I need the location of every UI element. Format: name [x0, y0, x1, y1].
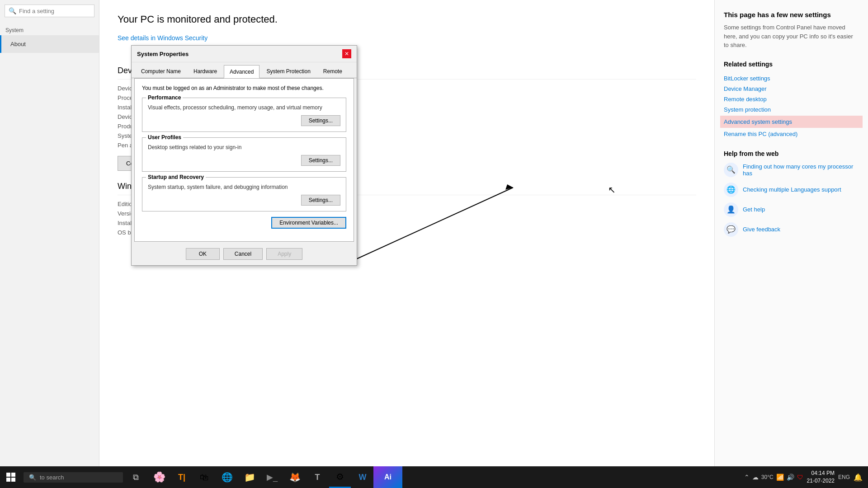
user-profiles-settings-button[interactable]: Settings... — [301, 155, 340, 166]
get-help-item: 👤 Get help — [724, 202, 859, 217]
taskbar-chrome-icon[interactable]: 🌐 — [216, 466, 238, 488]
rename-advanced-link[interactable]: Rename this PC (advanced) — [724, 129, 859, 139]
user-profiles-desc: Desktop settings related to your sign-in — [148, 144, 340, 150]
startup-recovery-settings-button[interactable]: Settings... — [301, 195, 340, 206]
startup-recovery-legend: Startup and Recovery — [146, 174, 206, 180]
apply-button[interactable]: Apply — [266, 248, 302, 260]
dialog-title: System Properties — [137, 51, 189, 57]
performance-settings-button[interactable]: Settings... — [301, 115, 340, 126]
checking-lang-link[interactable]: Checking multiple Languages support — [743, 186, 841, 193]
tray-expand-icon[interactable]: ⌃ — [744, 474, 750, 481]
taskbar-ai-button[interactable]: Ai — [373, 466, 402, 488]
dialog-body: You must be logged on as an Administrato… — [134, 78, 354, 242]
svg-rect-3 — [11, 473, 15, 477]
finding-cores-link[interactable]: Finding out how many cores my processor … — [743, 163, 859, 177]
dialog-tabs: Computer Name Hardware Advanced System P… — [132, 62, 357, 78]
taskbar: 🔍 to search ⧉ 🌸 T| 🛍 🌐 📁 ▶_ 🦊 T — [0, 466, 868, 488]
sidebar: 🔍 System About — [0, 0, 99, 488]
lang-indicator[interactable]: ENG — [838, 474, 850, 480]
clock[interactable]: 04:14 PM 21-07-2022 — [807, 469, 835, 485]
clock-time: 04:14 PM — [807, 469, 835, 477]
bitlocker-link[interactable]: BitLocker settings — [724, 73, 859, 84]
tab-advanced[interactable]: Advanced — [224, 65, 259, 78]
tab-system-protection[interactable]: System Protection — [260, 65, 316, 78]
feedback-icon: 💬 — [724, 222, 738, 237]
taskbar-typora-icon[interactable]: T — [307, 466, 328, 488]
right-panel: This page has a few new settings Some se… — [714, 0, 868, 488]
tray-volume-icon[interactable]: 🔊 — [787, 474, 794, 481]
tray-network-icon[interactable]: 📶 — [776, 474, 784, 481]
taskbar-app-icons: 🌸 T| 🛍 🌐 📁 ▶_ 🦊 T ⚙ W — [148, 466, 373, 488]
taskbar-store-icon[interactable]: 🛍 — [193, 466, 215, 488]
startup-recovery-desc: System startup, system failure, and debu… — [148, 184, 340, 190]
performance-legend: Performance — [146, 94, 183, 101]
help-web-title: Help from the web — [724, 150, 859, 157]
get-help-icon: 👤 — [724, 202, 738, 217]
startup-recovery-section: Startup and Recovery System startup, sys… — [142, 177, 346, 211]
search-label: to search — [40, 474, 64, 481]
give-feedback-item: 💬 Give feedback — [724, 222, 859, 237]
advanced-system-settings-link[interactable]: Advanced system settings — [720, 116, 863, 128]
tab-remote[interactable]: Remote — [317, 65, 348, 78]
taskbar-te-icon[interactable]: T| — [171, 466, 193, 488]
admin-note: You must be logged on as an Administrato… — [142, 85, 346, 91]
dialog-close-button[interactable]: ✕ — [342, 49, 351, 58]
ai-icon-label: Ai — [384, 473, 392, 481]
taskbar-files-icon[interactable]: 📁 — [239, 466, 260, 488]
new-settings-desc: Some settings from Control Panel have mo… — [724, 23, 859, 50]
environment-variables-button[interactable]: Environment Variables... — [271, 217, 346, 229]
taskbar-cmd-icon[interactable]: ▶_ — [261, 466, 283, 488]
taskbar-firefox-icon[interactable]: 🦊 — [284, 466, 306, 488]
device-manager-link[interactable]: Device Manager — [724, 84, 859, 94]
dialog-footer: OK Cancel Apply — [132, 244, 357, 265]
settings-page: 🔍 System About Your PC is monitored and … — [0, 0, 868, 488]
new-settings-title: This page has a few new settings — [724, 11, 859, 19]
dialog-titlebar: System Properties ✕ — [132, 46, 357, 62]
tray-cloud-icon[interactable]: ☁ — [752, 474, 759, 481]
tray-temp: 30°C — [761, 474, 774, 480]
taskbar-tray: ⌃ ☁ 30°C 📶 🔊 🛡 04:14 PM 21-07-2022 ENG 🔔 — [744, 469, 868, 485]
task-view-icon: ⧉ — [133, 473, 139, 482]
svg-rect-2 — [6, 473, 10, 477]
start-button[interactable] — [0, 466, 22, 488]
lang-help-icon: 🌐 — [724, 183, 738, 197]
give-feedback-link[interactable]: Give feedback — [743, 226, 780, 233]
tray-icons: ⌃ ☁ 30°C 📶 🔊 🛡 — [744, 474, 803, 481]
performance-section: Performance Visual effects, processor sc… — [142, 98, 346, 132]
remote-desktop-link[interactable]: Remote desktop — [724, 94, 859, 104]
sidebar-item-about[interactable]: About — [0, 35, 99, 53]
notification-button[interactable]: 🔔 — [854, 473, 863, 482]
get-help-link[interactable]: Get help — [743, 206, 765, 213]
user-profiles-section: User Profiles Desktop settings related t… — [142, 137, 346, 172]
taskbar-settings-icon[interactable]: ⚙ — [329, 466, 351, 488]
checking-lang-item: 🌐 Checking multiple Languages support — [724, 183, 859, 197]
see-details-link[interactable]: See details in Windows Security — [118, 34, 208, 42]
nav-section-label: System — [0, 25, 99, 35]
system-properties-dialog[interactable]: System Properties ✕ Computer Name Hardwa… — [131, 45, 357, 266]
user-profiles-legend: User Profiles — [146, 134, 183, 141]
close-icon: ✕ — [344, 51, 349, 57]
env-vars-container: Environment Variables... — [142, 217, 346, 229]
cancel-button[interactable]: Cancel — [223, 248, 263, 260]
svg-rect-4 — [6, 478, 10, 482]
finding-cores-item: 🔍 Finding out how many cores my processo… — [724, 163, 859, 177]
search-input[interactable] — [19, 8, 90, 14]
monitor-status: Your PC is monitored and protected. — [118, 14, 696, 25]
taskbar-flower-icon[interactable]: 🌸 — [148, 466, 170, 488]
svg-rect-5 — [11, 478, 15, 482]
ok-button[interactable]: OK — [186, 248, 220, 260]
tray-shield-icon[interactable]: 🛡 — [797, 474, 803, 481]
performance-desc: Visual effects, processor scheduling, me… — [148, 104, 340, 111]
tab-computer-name[interactable]: Computer Name — [135, 65, 187, 78]
taskbar-search[interactable]: 🔍 to search — [24, 472, 123, 483]
search-icon: 🔍 — [9, 7, 16, 14]
taskbar-winword-icon[interactable]: W — [352, 466, 373, 488]
clock-date: 21-07-2022 — [807, 477, 835, 485]
search-container[interactable]: 🔍 — [5, 5, 94, 17]
related-settings-title: Related settings — [724, 61, 859, 68]
system-protection-link[interactable]: System protection — [724, 104, 859, 115]
search-icon: 🔍 — [29, 474, 36, 481]
tab-hardware[interactable]: Hardware — [188, 65, 223, 78]
task-view-button[interactable]: ⧉ — [125, 466, 146, 488]
search-help-icon: 🔍 — [724, 163, 738, 177]
